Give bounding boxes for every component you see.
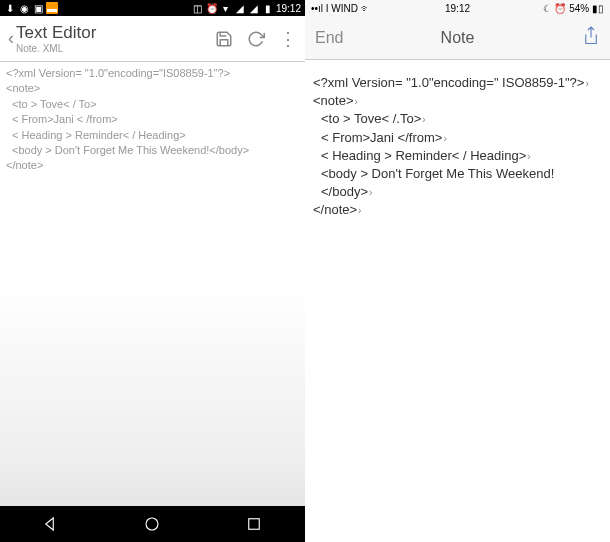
svg-point-1	[146, 518, 158, 530]
signal-icon: ◢	[234, 2, 246, 14]
back-icon[interactable]: ‹	[8, 28, 14, 49]
android-statusbar: ⬇ ◉ ▣ ▬ ◫ ⏰ ▾ ◢ ◢ ▮ 19:12	[0, 0, 305, 16]
wifi-icon: ᯤ	[361, 3, 371, 14]
statusbar-time: 19:12	[445, 3, 470, 14]
ios-statusbar: ••ıl I WIND ᯤ 19:12 ☾ ⏰ 54% ▮▯	[305, 0, 610, 16]
battery-label: 54%	[569, 3, 589, 14]
android-appbar: ‹ Text Editor Note. XML ⋮	[0, 16, 305, 62]
code-line: <to > Tove< /.To>	[313, 110, 602, 128]
android-phone: ⬇ ◉ ▣ ▬ ◫ ⏰ ▾ ◢ ◢ ▮ 19:12 ‹ Text Editor …	[0, 0, 305, 542]
code-line: < Heading > Reminder< / Heading>	[313, 147, 602, 165]
appbar-actions: ⋮	[215, 28, 297, 50]
statusbar-left-icons: ⬇ ◉ ▣ ▬	[4, 2, 58, 14]
code-line: <note>	[313, 92, 602, 110]
menu-icon[interactable]: ⋮	[279, 28, 297, 50]
alarm-icon: ⏰	[554, 3, 566, 14]
code-line: <body > Don't Forget Me This Weekend!</b…	[6, 143, 299, 158]
code-line: <?xml Version= "1.0"encoding="IS08859-1"…	[6, 66, 299, 81]
svg-rect-2	[249, 519, 260, 530]
app-icon: ◉	[18, 2, 30, 14]
vibrate-icon: ◫	[192, 2, 204, 14]
statusbar-time: 19:12	[276, 3, 301, 14]
code-line: <note>	[6, 81, 299, 96]
ios-phone: ••ıl I WIND ᯤ 19:12 ☾ ⏰ 54% ▮▯ End Note …	[305, 0, 610, 542]
code-line: <body > Don't Forget Me This Weekend!</b…	[313, 165, 602, 201]
battery-icon: ▮	[262, 2, 274, 14]
statusbar-left: ••ıl I WIND ᯤ	[311, 3, 371, 14]
code-line: < From>Jani < /from>	[6, 112, 299, 127]
back-button[interactable]: End	[315, 29, 343, 47]
code-line: </note>	[6, 158, 299, 173]
code-line: <to > Tove< / To>	[6, 97, 299, 112]
app-title: Text Editor	[16, 23, 215, 43]
android-editor-content[interactable]: <?xml Version= "1.0"encoding="IS08859-1"…	[0, 62, 305, 506]
code-line: </note>	[313, 201, 602, 219]
alarm-icon: ⏰	[206, 2, 218, 14]
code-line: < Heading > Reminder< / Heading>	[6, 128, 299, 143]
carrier-label: I WIND	[326, 3, 358, 14]
share-button[interactable]	[582, 25, 600, 51]
dnd-icon: ☾	[543, 3, 552, 14]
code-line: < From>Jani </from>	[313, 129, 602, 147]
ios-note-content[interactable]: <?xml Version= "1.0"encoding=" ISO8859-1…	[305, 60, 610, 542]
download-icon: ⬇	[4, 2, 16, 14]
notification-icon: ▬	[46, 2, 58, 14]
save-icon[interactable]	[215, 30, 233, 48]
camera-icon: ▣	[32, 2, 44, 14]
refresh-icon[interactable]	[247, 30, 265, 48]
wifi-icon: ▾	[220, 2, 232, 14]
battery-icon: ▮▯	[592, 3, 604, 14]
signal-icon: ••ıl	[311, 3, 323, 14]
statusbar-right: ☾ ⏰ 54% ▮▯	[543, 3, 604, 14]
nav-back-button[interactable]	[41, 514, 61, 534]
app-subtitle: Note. XML	[16, 43, 215, 54]
statusbar-right-icons: ◫ ⏰ ▾ ◢ ◢ ▮ 19:12	[192, 2, 301, 14]
svg-marker-0	[46, 518, 54, 530]
signal2-icon: ◢	[248, 2, 260, 14]
ios-navbar: End Note	[305, 16, 610, 60]
appbar-titles: Text Editor Note. XML	[16, 23, 215, 54]
nav-home-button[interactable]	[142, 514, 162, 534]
code-line: <?xml Version= "1.0"encoding=" ISO8859-1…	[313, 74, 602, 92]
nav-title: Note	[441, 29, 475, 47]
nav-recent-button[interactable]	[244, 514, 264, 534]
android-navbar	[0, 506, 305, 542]
